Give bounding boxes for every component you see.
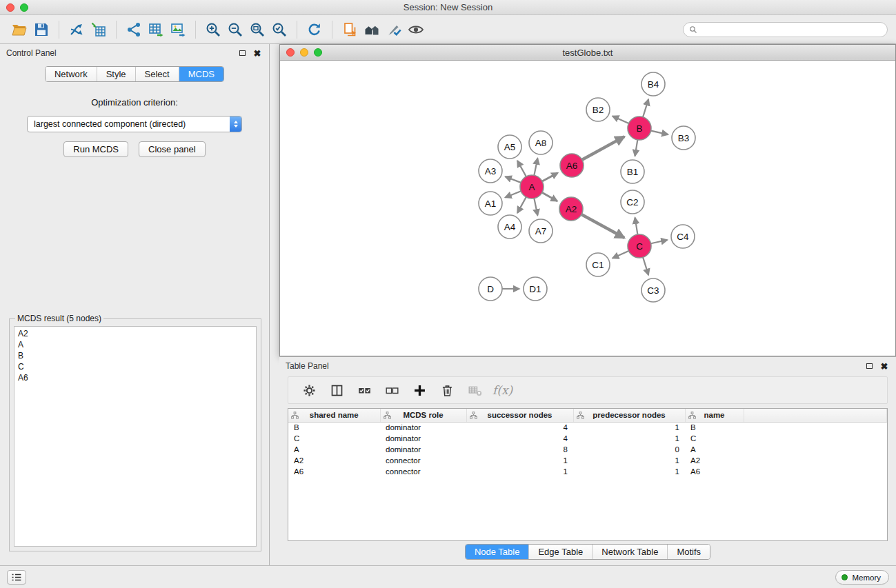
graph-edge[interactable] [517, 197, 526, 213]
network-window-titlebar[interactable]: testGlobe.txt [280, 45, 895, 61]
table-tab-edge-table[interactable]: Edge Table [528, 545, 592, 559]
mcds-result-list[interactable]: A2ABCA6 [14, 326, 257, 547]
select-all-icon[interactable] [355, 381, 374, 400]
cell-mcds-role[interactable]: dominator [380, 433, 466, 444]
graph-edge[interactable] [534, 159, 537, 176]
tab-style[interactable]: Style [97, 67, 135, 81]
column-header-successor-nodes[interactable]: successor nodes [466, 409, 573, 422]
column-header-predecessor-nodes[interactable]: predecessor nodes [573, 409, 685, 422]
cell-successor-nodes[interactable]: 1 [466, 455, 573, 466]
search-input[interactable] [701, 25, 882, 34]
zoom-in-icon[interactable] [202, 19, 224, 41]
delete-table-icon[interactable] [465, 381, 484, 400]
delete-row-icon[interactable] [437, 381, 457, 400]
memory-button[interactable]: Memory [835, 570, 889, 585]
cell-mcds-role[interactable]: dominator [380, 444, 466, 455]
graph-edge[interactable] [505, 191, 521, 197]
eye-icon[interactable] [405, 19, 427, 41]
cell-successor-nodes[interactable]: 8 [466, 444, 573, 455]
cell-name[interactable]: A6 [685, 466, 744, 477]
graph-edge[interactable] [651, 240, 668, 243]
cell-shared-name[interactable]: B [288, 422, 380, 433]
cell-name[interactable]: A [685, 444, 744, 455]
task-history-button[interactable] [7, 570, 26, 585]
node-table-container[interactable]: shared nameMCDS rolesuccessor nodesprede… [288, 408, 888, 541]
float-panel-icon[interactable] [237, 48, 248, 59]
deselect-all-icon[interactable] [382, 381, 401, 400]
import-network-icon[interactable] [66, 19, 88, 41]
tab-network[interactable]: Network [46, 67, 97, 81]
table-tab-network-table[interactable]: Network Table [592, 545, 667, 559]
cell-name[interactable]: C [685, 433, 744, 444]
fx-icon[interactable]: f(x) [492, 381, 512, 400]
save-session-icon[interactable] [30, 19, 52, 41]
cell-successor-nodes[interactable]: 4 [466, 433, 573, 444]
graph-edge[interactable] [635, 218, 638, 235]
table-row[interactable]: Adominator80A [288, 444, 887, 455]
cell-mcds-role[interactable]: connector [380, 455, 466, 466]
graph-edge[interactable] [506, 176, 521, 183]
zoom-window-icon[interactable] [20, 3, 28, 12]
cell-predecessor-nodes[interactable]: 1 [573, 422, 685, 433]
cell-name[interactable]: A2 [685, 455, 744, 466]
table-row[interactable]: A2connector11A2 [288, 455, 887, 466]
graph-edge[interactable] [635, 140, 638, 156]
cell-predecessor-nodes[interactable]: 1 [573, 466, 685, 477]
table-row[interactable]: Cdominator41C [288, 433, 887, 444]
tab-select[interactable]: Select [135, 67, 179, 81]
zoom-out-icon[interactable] [224, 19, 246, 41]
graph-edge[interactable] [542, 192, 557, 201]
mcds-result-item[interactable]: A2 [18, 328, 252, 339]
home-icon[interactable] [361, 19, 383, 41]
export-image-icon[interactable] [167, 19, 189, 41]
copy-network-icon[interactable] [339, 19, 361, 41]
split-table-icon[interactable] [327, 381, 346, 400]
gear-icon[interactable] [299, 381, 319, 400]
graph-edge[interactable] [643, 99, 648, 117]
cell-shared-name[interactable]: A6 [288, 466, 380, 477]
cell-mcds-role[interactable]: dominator [380, 422, 466, 433]
table-tab-node-table[interactable]: Node Table [466, 545, 529, 559]
column-header-name[interactable]: name [685, 409, 744, 422]
mcds-result-item[interactable]: A [18, 339, 252, 350]
zoom-fit-icon[interactable] [246, 19, 268, 41]
add-row-icon[interactable] [410, 381, 429, 400]
network-canvas[interactable]: B4B2BB3A8A5A6A3B1AC2A1A2A4A7C4CC1C3DD1 [280, 61, 895, 356]
refresh-icon[interactable] [303, 19, 326, 41]
network-close-icon[interactable] [286, 48, 295, 57]
graph-edge[interactable] [613, 251, 629, 258]
table-tab-motifs[interactable]: Motifs [667, 545, 710, 559]
mcds-result-item[interactable]: C [18, 361, 252, 372]
style-check-icon[interactable] [383, 19, 405, 41]
cell-name[interactable]: B [685, 422, 744, 433]
cell-predecessor-nodes[interactable]: 1 [573, 433, 685, 444]
network-minimize-icon[interactable] [300, 48, 308, 57]
mcds-result-item[interactable]: A6 [18, 372, 252, 383]
network-graph[interactable]: B4B2BB3A8A5A6A3B1AC2A1A2A4A7C4CC1C3DD1 [280, 61, 895, 356]
cell-mcds-role[interactable]: connector [380, 466, 466, 477]
column-header-shared-name[interactable]: shared name [288, 409, 380, 422]
graph-edge[interactable] [613, 116, 629, 123]
tab-mcds[interactable]: MCDS [179, 67, 223, 81]
cell-successor-nodes[interactable]: 1 [466, 466, 573, 477]
new-table-icon[interactable] [145, 19, 167, 41]
new-network-icon[interactable] [123, 19, 145, 41]
cell-predecessor-nodes[interactable]: 1 [573, 455, 685, 466]
cell-successor-nodes[interactable]: 4 [466, 422, 573, 433]
column-header-mcds-role[interactable]: MCDS role [380, 409, 466, 422]
cell-predecessor-nodes[interactable]: 0 [573, 444, 685, 455]
graph-edge[interactable] [534, 199, 537, 216]
close-panel-button[interactable]: Close panel [139, 141, 206, 157]
cell-shared-name[interactable]: A2 [288, 455, 380, 466]
graph-edge[interactable] [651, 131, 668, 135]
graph-edge[interactable] [517, 161, 526, 176]
criterion-dropdown[interactable]: largest connected component (directed) [27, 116, 242, 132]
table-float-panel-icon[interactable] [864, 361, 875, 372]
graph-edge[interactable] [643, 257, 648, 275]
run-mcds-button[interactable]: Run MCDS [63, 141, 128, 157]
cell-shared-name[interactable]: C [288, 433, 380, 444]
mcds-result-item[interactable]: B [18, 350, 252, 361]
graph-edge[interactable] [581, 214, 624, 238]
cell-shared-name[interactable]: A [288, 444, 380, 455]
close-panel-icon[interactable]: ✖ [252, 48, 263, 59]
